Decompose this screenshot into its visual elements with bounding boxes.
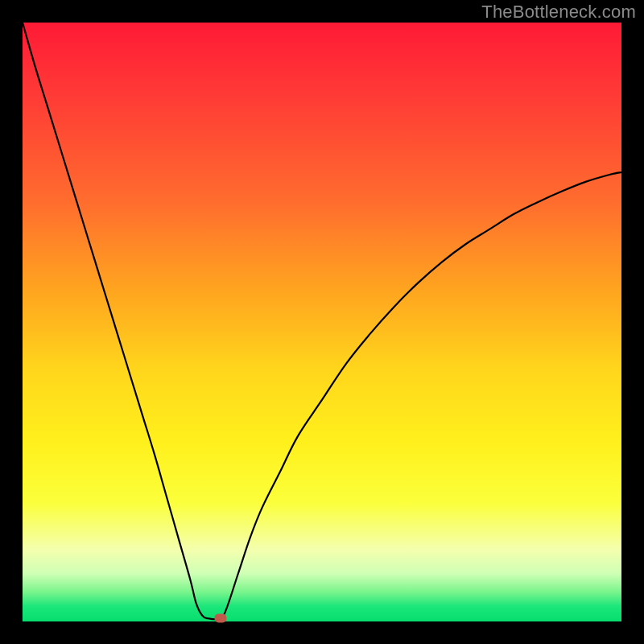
curve-path	[23, 23, 621, 619]
optimal-marker	[214, 614, 226, 623]
plot-area	[23, 23, 621, 621]
watermark-text: TheBottleneck.com	[481, 2, 636, 23]
bottleneck-curve	[23, 23, 621, 621]
chart-frame: TheBottleneck.com	[0, 0, 644, 644]
